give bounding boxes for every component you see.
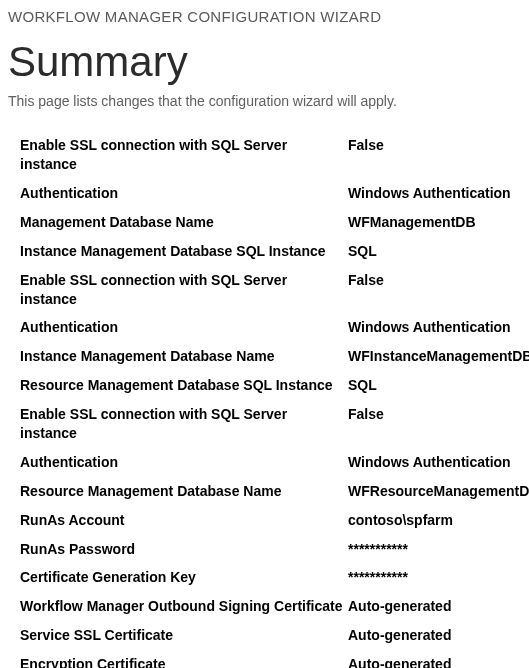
setting-label: Instance Management Database SQL Instanc… <box>6 237 348 266</box>
settings-row: RunAs Accountcontoso\spfarm <box>6 506 523 535</box>
setting-value: False <box>348 400 523 448</box>
setting-label: Enable SSL connection with SQL Server in… <box>6 400 348 448</box>
setting-label: Resource Management Database SQL Instanc… <box>6 371 348 400</box>
settings-row: Encryption CertificateAuto-generated <box>6 650 523 668</box>
setting-value: Auto-generated <box>348 650 523 668</box>
setting-label: Authentication <box>6 448 348 477</box>
setting-label: Instance Management Database Name <box>6 342 348 371</box>
setting-value: Windows Authentication <box>348 313 523 342</box>
settings-row: AuthenticationWindows Authentication <box>6 313 523 342</box>
settings-row: RunAs Password*********** <box>6 535 523 564</box>
settings-row: AuthenticationWindows Authentication <box>6 179 523 208</box>
setting-value: WFManagementDB <box>348 208 523 237</box>
page-title: Summary <box>8 39 523 85</box>
settings-row: Certificate Generation Key*********** <box>6 563 523 592</box>
setting-value: contoso\spfarm <box>348 506 523 535</box>
setting-value: SQL <box>348 371 523 400</box>
settings-row: Instance Management Database NameWFInsta… <box>6 342 523 371</box>
setting-value: False <box>348 266 523 314</box>
settings-row: Management Database NameWFManagementDB <box>6 208 523 237</box>
settings-row: Resource Management Database NameWFResou… <box>6 477 523 506</box>
setting-label: Authentication <box>6 313 348 342</box>
setting-label: RunAs Account <box>6 506 348 535</box>
wizard-header: WORKFLOW MANAGER CONFIGURATION WIZARD <box>8 8 523 25</box>
setting-value: Auto-generated <box>348 621 523 650</box>
settings-row: Enable SSL connection with SQL Server in… <box>6 131 523 179</box>
settings-table: Enable SSL connection with SQL Server in… <box>6 131 523 668</box>
page-description: This page lists changes that the configu… <box>8 93 523 109</box>
setting-label: Encryption Certificate <box>6 650 348 668</box>
setting-value: Windows Authentication <box>348 448 523 477</box>
setting-label: Management Database Name <box>6 208 348 237</box>
settings-row: Enable SSL connection with SQL Server in… <box>6 266 523 314</box>
setting-value: False <box>348 131 523 179</box>
setting-value: *********** <box>348 563 523 592</box>
setting-value: WFInstanceManagementDB <box>348 342 523 371</box>
setting-label: Enable SSL connection with SQL Server in… <box>6 266 348 314</box>
setting-label: RunAs Password <box>6 535 348 564</box>
settings-row: Instance Management Database SQL Instanc… <box>6 237 523 266</box>
settings-row: Service SSL CertificateAuto-generated <box>6 621 523 650</box>
setting-label: Certificate Generation Key <box>6 563 348 592</box>
setting-label: Enable SSL connection with SQL Server in… <box>6 131 348 179</box>
setting-value: Windows Authentication <box>348 179 523 208</box>
setting-label: Authentication <box>6 179 348 208</box>
settings-row: Resource Management Database SQL Instanc… <box>6 371 523 400</box>
settings-row: AuthenticationWindows Authentication <box>6 448 523 477</box>
setting-label: Resource Management Database Name <box>6 477 348 506</box>
setting-value: *********** <box>348 535 523 564</box>
setting-value: SQL <box>348 237 523 266</box>
settings-row: Workflow Manager Outbound Signing Certif… <box>6 592 523 621</box>
setting-value: Auto-generated <box>348 592 523 621</box>
setting-label: Workflow Manager Outbound Signing Certif… <box>6 592 348 621</box>
setting-value: WFResourceManagementDB <box>348 477 523 506</box>
settings-row: Enable SSL connection with SQL Server in… <box>6 400 523 448</box>
setting-label: Service SSL Certificate <box>6 621 348 650</box>
